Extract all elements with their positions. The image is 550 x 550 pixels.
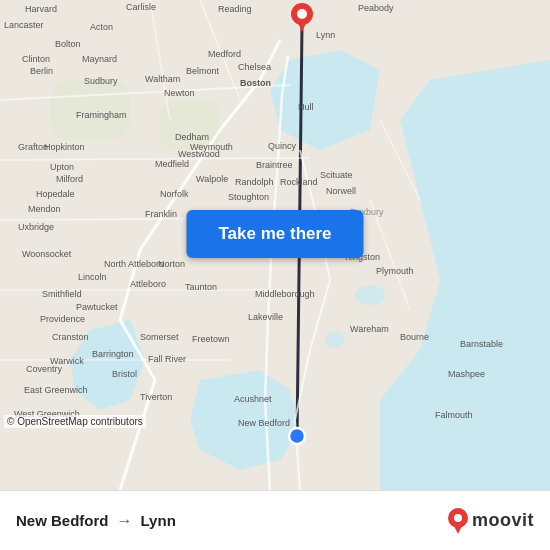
svg-point-119 bbox=[454, 514, 462, 522]
svg-text:Medfield: Medfield bbox=[155, 159, 189, 169]
svg-text:Coventry: Coventry bbox=[26, 364, 63, 374]
svg-text:Middleborough: Middleborough bbox=[255, 289, 315, 299]
svg-text:Braintree: Braintree bbox=[256, 160, 293, 170]
svg-text:Maynard: Maynard bbox=[82, 54, 117, 64]
svg-text:Wareham: Wareham bbox=[350, 324, 389, 334]
svg-text:Lancaster: Lancaster bbox=[4, 20, 44, 30]
svg-text:Pawtucket: Pawtucket bbox=[76, 302, 118, 312]
svg-text:Clinton: Clinton bbox=[22, 54, 50, 64]
svg-text:Plymouth: Plymouth bbox=[376, 266, 414, 276]
svg-text:Tiverton: Tiverton bbox=[140, 392, 172, 402]
map-attribution: © OpenStreetMap contributors bbox=[4, 415, 146, 428]
svg-text:Carlisle: Carlisle bbox=[126, 2, 156, 12]
svg-text:Peabody: Peabody bbox=[358, 3, 394, 13]
svg-text:Barnstable: Barnstable bbox=[460, 339, 503, 349]
svg-text:Uxbridge: Uxbridge bbox=[18, 222, 54, 232]
moovit-logo: moovit bbox=[448, 508, 534, 534]
svg-text:Framingham: Framingham bbox=[76, 110, 127, 120]
svg-text:Walpole: Walpole bbox=[196, 174, 228, 184]
svg-text:Boston: Boston bbox=[240, 78, 271, 88]
svg-text:Stoughton: Stoughton bbox=[228, 192, 269, 202]
svg-text:Upton: Upton bbox=[50, 162, 74, 172]
svg-text:Lakeville: Lakeville bbox=[248, 312, 283, 322]
svg-point-8 bbox=[325, 332, 345, 348]
bottom-bar: New Bedford → Lynn moovit bbox=[0, 490, 550, 550]
svg-text:Chelsea: Chelsea bbox=[238, 62, 271, 72]
svg-point-116 bbox=[293, 432, 301, 440]
svg-marker-118 bbox=[451, 520, 465, 534]
svg-text:Mashpee: Mashpee bbox=[448, 369, 485, 379]
svg-text:Mendon: Mendon bbox=[28, 204, 61, 214]
svg-text:Westwood: Westwood bbox=[178, 149, 220, 159]
svg-text:Quincy: Quincy bbox=[268, 141, 297, 151]
svg-text:Acton: Acton bbox=[90, 22, 113, 32]
svg-text:New Bedford: New Bedford bbox=[238, 418, 290, 428]
svg-text:Rockland: Rockland bbox=[280, 177, 318, 187]
svg-text:Reading: Reading bbox=[218, 4, 252, 14]
svg-text:Hull: Hull bbox=[298, 102, 314, 112]
svg-text:Sudbury: Sudbury bbox=[84, 76, 118, 86]
destination-label: Lynn bbox=[141, 512, 176, 529]
svg-text:North Attleboro: North Attleboro bbox=[104, 259, 164, 269]
svg-text:Norfolk: Norfolk bbox=[160, 189, 189, 199]
moovit-pin-icon bbox=[448, 508, 468, 534]
svg-text:Barrington: Barrington bbox=[92, 349, 134, 359]
svg-text:Norwell: Norwell bbox=[326, 186, 356, 196]
svg-text:East Greenwich: East Greenwich bbox=[24, 385, 88, 395]
svg-text:Newton: Newton bbox=[164, 88, 195, 98]
svg-text:Bristol: Bristol bbox=[112, 369, 137, 379]
svg-text:Lincoln: Lincoln bbox=[78, 272, 107, 282]
take-me-there-button[interactable]: Take me there bbox=[186, 210, 363, 258]
svg-text:Harvard: Harvard bbox=[25, 4, 57, 14]
svg-text:Franklin: Franklin bbox=[145, 209, 177, 219]
svg-point-7 bbox=[355, 285, 385, 305]
route-info: New Bedford → Lynn bbox=[16, 512, 176, 530]
svg-text:Randolph: Randolph bbox=[235, 177, 274, 187]
svg-text:Dedham: Dedham bbox=[175, 132, 209, 142]
svg-text:Scituate: Scituate bbox=[320, 170, 353, 180]
svg-point-114 bbox=[297, 9, 307, 19]
map-container[interactable]: Reading Carlisle Peabody Lynn Harvard Ac… bbox=[0, 0, 550, 490]
svg-text:Taunton: Taunton bbox=[185, 282, 217, 292]
svg-text:Providence: Providence bbox=[40, 314, 85, 324]
svg-text:Hopkinton: Hopkinton bbox=[44, 142, 85, 152]
svg-text:Bolton: Bolton bbox=[55, 39, 81, 49]
svg-text:Hopedale: Hopedale bbox=[36, 189, 75, 199]
svg-text:Acushnet: Acushnet bbox=[234, 394, 272, 404]
svg-text:Woonsocket: Woonsocket bbox=[22, 249, 72, 259]
svg-text:Milford: Milford bbox=[56, 174, 83, 184]
svg-text:Attleboro: Attleboro bbox=[130, 279, 166, 289]
svg-text:Lynn: Lynn bbox=[316, 30, 335, 40]
svg-text:Smithfield: Smithfield bbox=[42, 289, 82, 299]
svg-text:Cranston: Cranston bbox=[52, 332, 89, 342]
svg-text:Somerset: Somerset bbox=[140, 332, 179, 342]
svg-text:Berlin: Berlin bbox=[30, 66, 53, 76]
svg-text:Falmouth: Falmouth bbox=[435, 410, 473, 420]
svg-text:Freetown: Freetown bbox=[192, 334, 230, 344]
arrow-icon: → bbox=[117, 512, 133, 530]
svg-text:Bourne: Bourne bbox=[400, 332, 429, 342]
svg-text:Waltham: Waltham bbox=[145, 74, 180, 84]
origin-label: New Bedford bbox=[16, 512, 109, 529]
svg-text:Norton: Norton bbox=[158, 259, 185, 269]
svg-text:Fall River: Fall River bbox=[148, 354, 186, 364]
svg-text:Medford: Medford bbox=[208, 49, 241, 59]
svg-text:Belmont: Belmont bbox=[186, 66, 220, 76]
moovit-brand-text: moovit bbox=[472, 510, 534, 531]
